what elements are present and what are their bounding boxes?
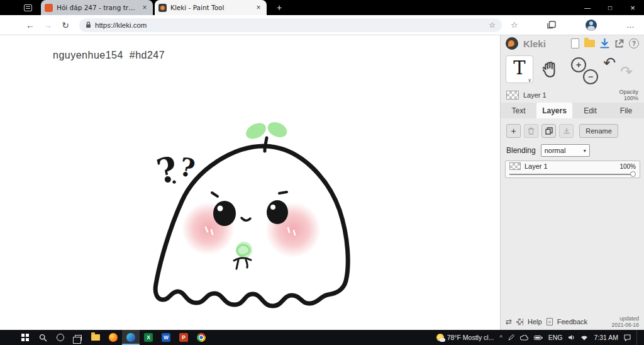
duplicate-layer-button[interactable]	[541, 124, 556, 138]
pen-button[interactable]	[508, 334, 514, 341]
redo-button[interactable]: ↷	[620, 63, 633, 81]
tab-text[interactable]: Text	[501, 103, 536, 118]
slider-handle[interactable]	[630, 171, 636, 177]
network-button[interactable]	[580, 335, 588, 341]
plus-icon: +	[511, 126, 516, 136]
favorites-icon[interactable]: ☆	[511, 20, 518, 30]
swap-arrows-icon[interactable]: ⇄	[506, 317, 512, 326]
browser-navbar: ← → ↻ https://kleki.com ☆ ☆ …	[0, 15, 644, 35]
add-layer-button[interactable]: +	[506, 124, 521, 138]
tab-close-icon[interactable]: ×	[140, 3, 149, 12]
search-button[interactable]	[34, 330, 52, 345]
browser-titlebar: Hỏi đáp 247 - trang tra loi × Kleki - Pa…	[0, 0, 644, 15]
share-button[interactable]	[614, 39, 624, 48]
help-link[interactable]: Help	[528, 318, 542, 325]
drawing-canvas[interactable]: nguyenhue154 #hd247	[0, 35, 500, 330]
zoom-in-button[interactable]: +	[571, 57, 586, 72]
layer-thumbnail	[506, 91, 519, 99]
action-center-button[interactable]	[624, 334, 631, 341]
volume-icon	[568, 334, 575, 341]
back-button[interactable]: ←	[21, 20, 39, 30]
cortana-icon	[57, 334, 64, 341]
layer-opacity-slider[interactable]	[509, 172, 636, 178]
help-icon[interactable]: ?	[629, 38, 639, 48]
address-bar[interactable]: https://kleki.com ☆	[79, 18, 502, 32]
close-window-button[interactable]: ×	[621, 0, 644, 15]
new-image-icon[interactable]	[571, 38, 579, 48]
excel-button[interactable]: X	[140, 330, 157, 345]
menu-icon[interactable]: …	[626, 20, 635, 30]
task-view-button[interactable]	[69, 330, 87, 345]
merge-down-icon	[563, 127, 570, 135]
undo-button[interactable]: ↶	[603, 54, 616, 72]
maximize-button[interactable]: □	[599, 0, 621, 15]
browser-tab-kleki[interactable]: Kleki - Paint Tool ×	[155, 0, 267, 15]
url-text[interactable]: https://kleki.com	[95, 21, 489, 29]
zoom-out-button[interactable]: −	[583, 69, 598, 84]
windows-taskbar: X W P 78°F Mostly cl... ^ ENG	[0, 330, 644, 345]
tab-file[interactable]: File	[608, 103, 644, 118]
updated-date: 2021-06-16	[612, 322, 639, 328]
edge-button[interactable]	[122, 330, 140, 345]
tab-close-icon[interactable]: ×	[254, 3, 263, 12]
profile-avatar[interactable]	[586, 20, 597, 31]
powerpoint-button[interactable]: P	[175, 330, 192, 345]
delete-layer-button[interactable]	[524, 124, 538, 138]
minimize-button[interactable]: —	[576, 0, 599, 15]
word-button[interactable]: W	[157, 330, 175, 345]
tab-edit[interactable]: Edit	[572, 103, 608, 118]
merge-layer-button[interactable]	[559, 124, 574, 138]
tab-title: Hỏi đáp 247 - trang tra loi	[57, 4, 136, 11]
text-tool-letter: T	[513, 57, 525, 79]
onedrive-button[interactable]	[520, 335, 528, 341]
opacity-value: 100%	[619, 95, 638, 101]
desktop-screen: Hỏi đáp 247 - trang tra loi × Kleki - Pa…	[0, 0, 644, 345]
clock[interactable]: 7:31 AM	[594, 334, 618, 341]
system-tray: 78°F Mostly cl... ^ ENG 7:31 AM	[436, 330, 644, 345]
open-file-icon[interactable]	[584, 40, 595, 47]
volume-button[interactable]	[568, 334, 575, 341]
firefox-button[interactable]	[104, 330, 122, 345]
opacity-label: Opacity	[619, 89, 638, 95]
new-tab-button[interactable]: +	[273, 3, 286, 13]
document-icon[interactable]	[547, 318, 553, 325]
ghost-drawing: ? ?	[0, 35, 500, 330]
feedback-link[interactable]: Feedback	[557, 318, 587, 325]
weather-text: 78°F Mostly cl...	[447, 334, 494, 341]
forward-button[interactable]: →	[39, 20, 57, 30]
cortana-button[interactable]	[52, 330, 69, 345]
layer-row-header: Layer 1 100%	[509, 162, 636, 170]
browser-tab-hoidap247[interactable]: Hỏi đáp 247 - trang tra loi ×	[41, 0, 153, 15]
tab-actions-icon[interactable]	[24, 4, 32, 11]
plus-icon: +	[576, 60, 581, 70]
task-view-icon	[75, 335, 82, 341]
active-layer-name: Layer 1	[523, 91, 547, 99]
hand-tool-button[interactable]	[538, 58, 562, 82]
blending-row: Blending normal ▾	[501, 144, 644, 157]
blending-select[interactable]: normal ▾	[541, 144, 590, 157]
grid-icon[interactable]	[516, 319, 523, 325]
kleki-toolbar: Kleki ?	[501, 35, 644, 52]
collections-icon[interactable]	[547, 21, 556, 29]
word-icon: W	[162, 333, 170, 342]
chrome-button[interactable]	[192, 330, 210, 345]
tab-layers[interactable]: Layers	[536, 103, 572, 118]
show-desktop-button[interactable]	[636, 330, 639, 345]
kleki-panel: Kleki ? T ∨ + − ↶ ↷	[500, 35, 644, 330]
text-tool-button[interactable]: T ∨	[506, 55, 533, 83]
download-button[interactable]	[600, 38, 609, 48]
start-button[interactable]	[16, 330, 34, 345]
language-indicator[interactable]: ENG	[548, 334, 563, 341]
hidden-icons-chevron[interactable]: ^	[499, 334, 502, 341]
layer-row[interactable]: Layer 1 100%	[505, 161, 640, 178]
layer-thumbnail	[509, 162, 521, 170]
firefox-icon	[109, 333, 118, 342]
rename-button[interactable]: Rename	[579, 124, 618, 138]
wifi-icon	[580, 335, 588, 341]
file-explorer-button[interactable]	[87, 330, 104, 345]
weather-widget[interactable]: 78°F Mostly cl...	[436, 334, 494, 341]
hoidap247-favicon	[45, 4, 53, 12]
add-favorite-icon[interactable]: ☆	[489, 21, 496, 30]
battery-button[interactable]	[534, 336, 543, 340]
refresh-button[interactable]: ↻	[57, 20, 74, 30]
